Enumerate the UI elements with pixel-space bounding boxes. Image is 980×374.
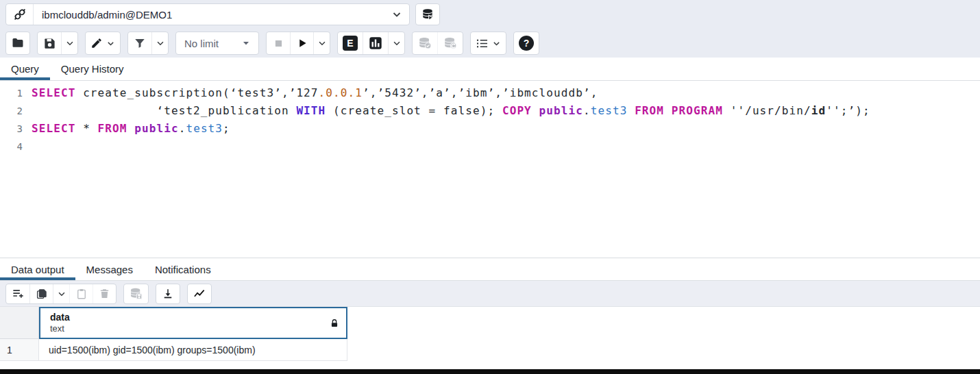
copy-icon (36, 288, 48, 300)
chevron-down-icon (392, 38, 402, 48)
chevron-down-icon (106, 39, 115, 48)
download-button[interactable] (156, 284, 180, 303)
stop-button[interactable] (267, 32, 290, 54)
rollback-button[interactable] (437, 32, 463, 54)
row-limit-value: No limit (184, 38, 219, 49)
line-number: 4 (0, 138, 32, 155)
code-text: SELECT * FROM public.test3; (32, 120, 230, 138)
editor-tabbar: Query Query History (0, 58, 980, 81)
connection-value: ibmclouddb/admin@DEMO1 (34, 9, 384, 21)
caret-down-icon (242, 39, 250, 47)
execute-button[interactable] (290, 32, 313, 54)
sql-editor[interactable]: 1SELECT create_subscription(‘test3’,’127… (0, 81, 980, 258)
commit-button[interactable] (413, 32, 437, 54)
results-grid: data text 1uid=1500(ibm) gid=1500(ibm) g… (0, 307, 980, 361)
grid-corner-cell[interactable] (0, 307, 39, 339)
explain-options-button[interactable] (388, 32, 404, 54)
floppy-icon (43, 37, 56, 50)
tab-query-history[interactable]: Query History (50, 58, 135, 80)
graph-line-icon (193, 287, 206, 301)
column-header-data[interactable]: data text (39, 307, 347, 339)
open-file-button[interactable] (6, 32, 29, 54)
paste-button[interactable] (69, 284, 93, 303)
save-options-button[interactable] (61, 32, 77, 54)
question-icon: ? (519, 36, 534, 51)
grid-body: 1uid=1500(ibm) gid=1500(ibm) groups=1500… (0, 339, 980, 361)
query-toolbar: No limit E (0, 29, 980, 58)
output-tabbar: Data output Messages Notifications (0, 258, 980, 281)
grid-header: data text (0, 307, 980, 339)
tab-messages[interactable]: Messages (75, 258, 144, 280)
connection-select[interactable]: ibmclouddb/admin@DEMO1 (5, 3, 410, 25)
tab-query[interactable]: Query (0, 58, 50, 80)
explain-analyze-button[interactable] (363, 32, 388, 54)
tab-notifications-label: Notifications (155, 264, 211, 275)
column-name: data (50, 312, 346, 323)
save-data-button[interactable] (124, 284, 148, 303)
copy-button[interactable] (29, 284, 53, 303)
folder-icon (11, 36, 25, 50)
database-save-icon (129, 286, 143, 301)
chevron-down-icon (65, 38, 75, 48)
line-number: 1 (0, 84, 32, 102)
database-check-icon (417, 36, 432, 51)
add-row-button[interactable] (6, 284, 29, 303)
help-button[interactable]: ? (514, 32, 539, 54)
tab-messages-label: Messages (86, 264, 133, 275)
output-toolbar (0, 281, 980, 307)
tab-data-output-label: Data output (11, 264, 64, 275)
code-line[interactable]: 2 ‘test2_publication WITH (create_slot =… (0, 102, 980, 120)
clipboard-icon (75, 288, 88, 300)
line-number: 3 (0, 120, 32, 138)
code-text: SELECT create_subscription(‘test3’,’127.… (32, 84, 598, 102)
graph-button[interactable] (188, 284, 211, 303)
new-connection-button[interactable] (415, 3, 440, 25)
chevron-down-icon (492, 39, 501, 48)
explain-button[interactable]: E (338, 32, 363, 54)
window-bottom-edge (0, 369, 980, 374)
row-number[interactable]: 1 (0, 339, 39, 361)
database-undo-icon (443, 36, 458, 51)
edit-button[interactable] (86, 32, 120, 54)
line-number: 2 (0, 102, 32, 120)
tab-query-history-label: Query History (61, 63, 124, 75)
tab-data-output[interactable]: Data output (0, 258, 75, 280)
macros-button[interactable] (471, 32, 506, 54)
chevron-down-icon (57, 289, 66, 299)
delete-button[interactable] (93, 284, 116, 303)
code-text: ‘test2_publication WITH (create_slot = f… (32, 102, 870, 120)
explain-badge-icon: E (343, 36, 358, 51)
database-arrow-icon (421, 8, 434, 21)
add-row-icon (12, 287, 25, 300)
filter-button[interactable] (128, 32, 151, 54)
bar-chart-icon (368, 36, 383, 51)
column-type: text (50, 323, 346, 334)
copy-options-button[interactable] (53, 284, 69, 303)
lock-icon (330, 318, 339, 328)
row-limit-select[interactable]: No limit (175, 32, 259, 55)
play-icon (296, 37, 308, 49)
code-line[interactable]: 1SELECT create_subscription(‘test3’,’127… (0, 84, 980, 102)
connection-bar: ibmclouddb/admin@DEMO1 (0, 0, 980, 29)
funnel-icon (134, 37, 146, 49)
chevron-down-icon (384, 9, 409, 20)
code-line[interactable]: 4 (0, 138, 980, 155)
tab-notifications[interactable]: Notifications (144, 258, 222, 280)
code-line[interactable]: 3SELECT * FROM public.test3; (0, 120, 980, 138)
trash-icon (99, 288, 110, 299)
execute-options-button[interactable] (313, 32, 330, 54)
save-button[interactable] (38, 32, 61, 54)
chevron-down-icon (317, 38, 327, 48)
download-icon (162, 288, 174, 300)
numbered-list-icon (476, 37, 489, 50)
cell-value[interactable]: uid=1500(ibm) gid=1500(ibm) groups=1500(… (39, 339, 347, 361)
tab-query-label: Query (11, 63, 39, 75)
code-lines: 1SELECT create_subscription(‘test3’,’127… (0, 84, 980, 155)
chevron-down-icon (156, 38, 165, 48)
pencil-icon (90, 37, 103, 49)
pgadmin-query-tool: ibmclouddb/admin@DEMO1 (0, 0, 980, 374)
table-row[interactable]: 1uid=1500(ibm) gid=1500(ibm) groups=1500… (0, 339, 980, 361)
plug-icon (6, 4, 34, 25)
filter-options-button[interactable] (151, 32, 168, 54)
stop-square-icon (273, 38, 284, 49)
